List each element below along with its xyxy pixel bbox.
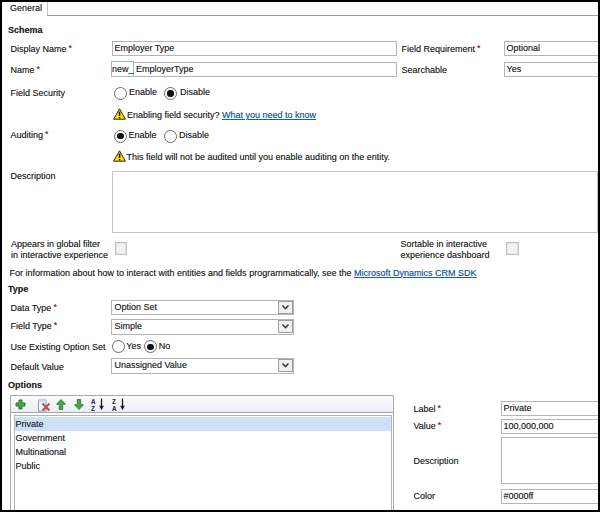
svg-text:A: A (112, 405, 117, 411)
svg-text:Z: Z (91, 405, 95, 411)
